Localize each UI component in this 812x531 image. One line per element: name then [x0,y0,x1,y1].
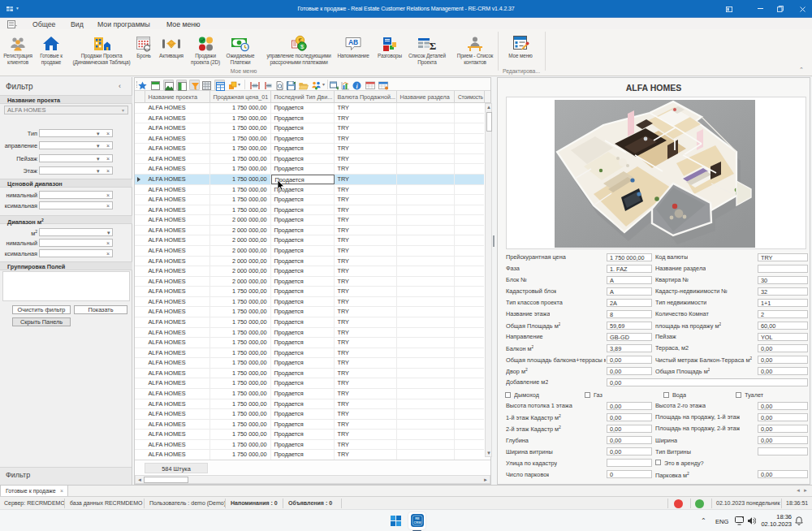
svg-text:CRM: CRM [413,520,421,525]
